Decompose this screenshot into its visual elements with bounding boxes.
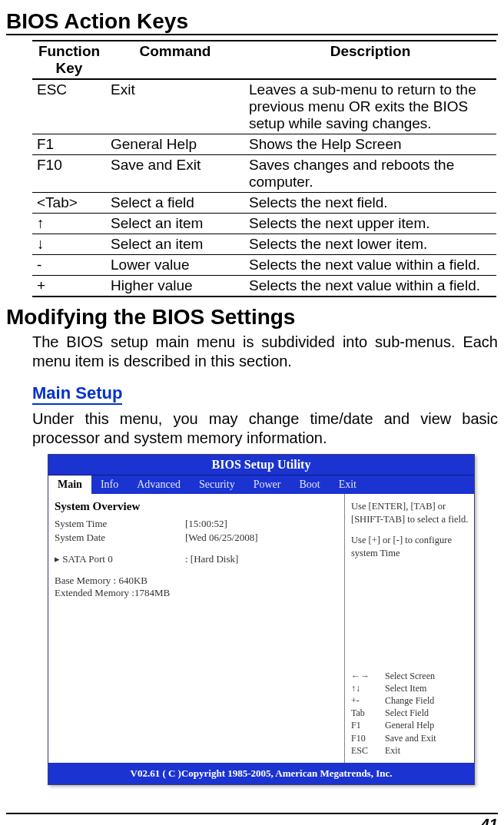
- cell-desc: Shows the Help Screen: [244, 134, 496, 155]
- cell-key: F10: [32, 155, 106, 193]
- bios-help-key: ESC: [351, 744, 385, 757]
- bios-date-label: System Date: [55, 532, 185, 544]
- cell-desc: Selects the next field.: [244, 193, 496, 214]
- cell-cmd: Lower value: [106, 255, 244, 276]
- cell-key: +: [32, 276, 106, 297]
- cell-key: F1: [32, 134, 106, 155]
- bios-overview-title: System Overview: [55, 500, 338, 513]
- bios-help-desc: Select Screen: [385, 670, 435, 682]
- bios-sata-label: ▸ SATA Port 0: [55, 553, 185, 565]
- cell-key: <Tab>: [32, 193, 106, 214]
- cell-key: ↑: [32, 214, 106, 234]
- bios-help-desc: Save and Exit: [385, 732, 436, 744]
- bios-tab-info: Info: [91, 475, 128, 494]
- cell-cmd: Exit: [106, 79, 244, 134]
- bios-base-memory: Base Memory : 640KB: [55, 575, 338, 587]
- bios-tab-main: Main: [48, 475, 91, 494]
- cell-cmd: Select a field: [106, 193, 244, 214]
- bios-help-key: ↑↓: [351, 682, 385, 694]
- bios-help-desc: Change Field: [385, 694, 434, 707]
- heading-modifying-bios: Modifying the BIOS Settings: [6, 305, 498, 330]
- bios-help-desc: Select Field: [385, 707, 429, 719]
- table-row: <Tab>Select a fieldSelects the next fiel…: [32, 193, 496, 214]
- cell-desc: Selects the next upper item.: [244, 214, 496, 234]
- cell-cmd: Select an item: [106, 214, 244, 234]
- bios-tab-power: Power: [244, 475, 290, 494]
- bios-menu-bar: MainInfoAdvancedSecurityPowerBootExit: [48, 475, 474, 494]
- bios-tab-security: Security: [190, 475, 244, 494]
- cell-key: -: [32, 255, 106, 276]
- para-main-setup: Under this menu, you may change time/dat…: [32, 409, 498, 448]
- cell-desc: Saves changes and reboots the computer.: [244, 155, 496, 193]
- bios-help-row: ESCExit: [351, 744, 469, 757]
- table-header-row: Function Key Command Description: [32, 41, 496, 79]
- bios-help-row: F1General Help: [351, 719, 469, 731]
- page-number: 41: [6, 813, 498, 825]
- bios-extended-memory: Extended Memory :1784MB: [55, 587, 338, 599]
- cell-desc: Leaves a sub-menu to return to the previ…: [244, 79, 496, 134]
- cell-cmd: General Help: [106, 134, 244, 155]
- bios-help-row: +-Change Field: [351, 694, 469, 707]
- cell-cmd: Select an item: [106, 234, 244, 255]
- bios-help-key: F1: [351, 719, 385, 731]
- bios-help-key: Tab: [351, 707, 385, 719]
- bios-footer: V02.61 ( C )Copyright 1985-2005, America…: [48, 763, 474, 784]
- bios-help-desc: Exit: [385, 744, 400, 757]
- bios-help-row: ↑↓Select Item: [351, 682, 469, 694]
- th-description: Description: [244, 41, 496, 79]
- bios-title-bar: BIOS Setup Utility: [48, 455, 474, 475]
- bios-help-key: ←→: [351, 670, 385, 682]
- bios-date-value: [Wed 06/25/2008]: [185, 532, 258, 544]
- table-row: F1General HelpShows the Help Screen: [32, 134, 496, 155]
- table-row: ↓Select an itemSelects the next lower it…: [32, 234, 496, 255]
- bios-help-text-2: Use [+] or [-] to configure system Time: [351, 534, 469, 560]
- bios-sata-value: : [Hard Disk]: [185, 553, 238, 565]
- bios-left-pane: System Overview System Time [15:00:52] S…: [48, 494, 345, 763]
- cell-desc: Selects the next value within a field.: [244, 255, 496, 276]
- table-row: F10Save and ExitSaves changes and reboot…: [32, 155, 496, 193]
- bios-tab-advanced: Advanced: [128, 475, 190, 494]
- cell-key: ESC: [32, 79, 106, 134]
- bios-screenshot: BIOS Setup Utility MainInfoAdvancedSecur…: [48, 454, 475, 785]
- th-command: Command: [106, 41, 244, 79]
- table-row: -Lower valueSelects the next value withi…: [32, 255, 496, 276]
- bios-time-label: System Time: [55, 518, 185, 530]
- bios-time-value: [15:00:52]: [185, 518, 227, 530]
- cell-desc: Selects the next lower item.: [244, 234, 496, 255]
- cell-cmd: Save and Exit: [106, 155, 244, 193]
- heading-main-setup: Main Setup: [32, 383, 122, 405]
- th-function-key: Function Key: [32, 41, 106, 79]
- bios-help-row: TabSelect Field: [351, 707, 469, 719]
- bios-help-desc: General Help: [385, 719, 434, 731]
- bios-help-key: +-: [351, 694, 385, 707]
- bios-help-row: F10Save and Exit: [351, 732, 469, 744]
- table-row: ↑Select an itemSelects the next upper it…: [32, 214, 496, 234]
- cell-desc: Selects the next value within a field.: [244, 276, 496, 297]
- cell-cmd: Higher value: [106, 276, 244, 297]
- bios-tab-exit: Exit: [330, 475, 366, 494]
- heading-bios-action-keys: BIOS Action Keys: [6, 9, 498, 35]
- bios-help-row: ←→Select Screen: [351, 670, 469, 682]
- bios-right-pane: Use [ENTER], [TAB] or [SHIFT-TAB] to sel…: [345, 494, 474, 763]
- bios-help-text-1: Use [ENTER], [TAB] or [SHIFT-TAB] to sel…: [351, 500, 469, 526]
- bios-help-desc: Select Item: [385, 682, 426, 694]
- table-row: +Higher valueSelects the next value with…: [32, 276, 496, 297]
- table-row: ESCExitLeaves a sub-menu to return to th…: [32, 79, 496, 134]
- bios-help-key: F10: [351, 732, 385, 744]
- para-modifying: The BIOS setup main menu is subdivided i…: [32, 333, 498, 371]
- action-keys-table: Function Key Command Description ESCExit…: [32, 40, 496, 297]
- bios-tab-boot: Boot: [290, 475, 329, 494]
- cell-key: ↓: [32, 234, 106, 255]
